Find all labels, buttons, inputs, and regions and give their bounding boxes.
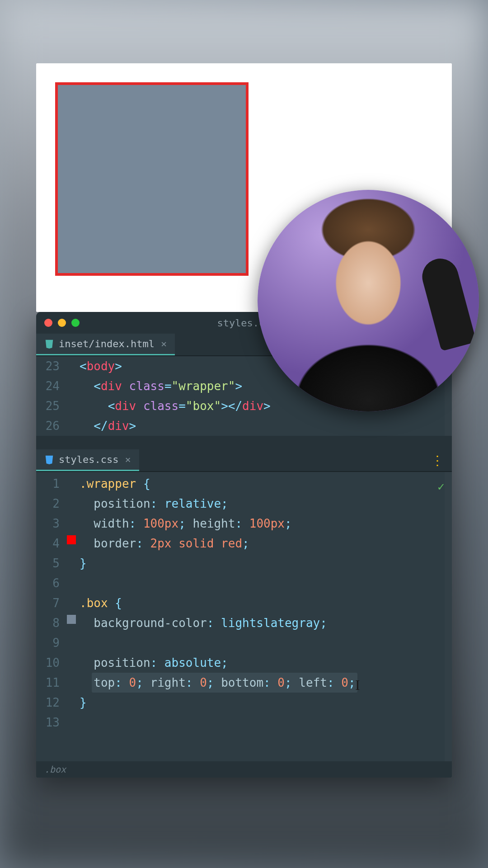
lint-ok-icon: ✓ — [437, 476, 445, 496]
color-markers — [66, 474, 80, 761]
demo-wrapper — [55, 82, 249, 276]
tab-label: inset/index.html — [59, 338, 155, 349]
editor-splitter[interactable] — [36, 436, 452, 449]
close-tab-icon[interactable]: × — [125, 454, 131, 465]
minimize-window-button[interactable] — [58, 319, 66, 327]
css-code-area[interactable]: 1 2 3 4 5 6 7 8 9 10 11 12 13 ✓ .wrapper — [36, 472, 452, 761]
color-swatch-red[interactable] — [67, 535, 76, 544]
gutter: 23242526 — [36, 356, 66, 436]
demo-box — [58, 85, 246, 273]
tab-index-html[interactable]: inset/index.html × — [36, 334, 175, 355]
svg-marker-1 — [46, 455, 53, 464]
close-window-button[interactable] — [44, 319, 52, 327]
gutter: 1 2 3 4 5 6 7 8 9 10 11 12 13 — [36, 474, 66, 761]
css-tab-row: styles.css × ⋮ — [36, 449, 452, 472]
code-lines[interactable]: ✓ .wrapper { position: relative; width: … — [80, 474, 452, 761]
scrollbar[interactable] — [445, 472, 452, 761]
breadcrumb[interactable]: .box — [36, 761, 452, 778]
close-tab-icon[interactable]: × — [161, 338, 167, 349]
css-file-icon — [44, 455, 54, 465]
svg-marker-0 — [46, 340, 53, 348]
fold-markers — [66, 356, 80, 436]
highlighted-line: top: 0; right: 0; bottom: 0; left: 0; — [92, 673, 357, 693]
html-file-icon — [44, 339, 54, 349]
maximize-window-button[interactable] — [71, 319, 80, 327]
tab-styles-css[interactable]: styles.css × — [36, 449, 139, 471]
main-content: styles.cs inset/index.html × 23242526 <b… — [36, 63, 452, 778]
color-swatch-lightslategray[interactable] — [67, 615, 76, 624]
tab-label: styles.css — [59, 454, 118, 465]
text-cursor-icon: I — [355, 675, 360, 695]
webcam-overlay — [258, 190, 479, 411]
traffic-lights — [44, 319, 80, 327]
tab-actions-menu-icon[interactable]: ⋮ — [423, 449, 452, 471]
